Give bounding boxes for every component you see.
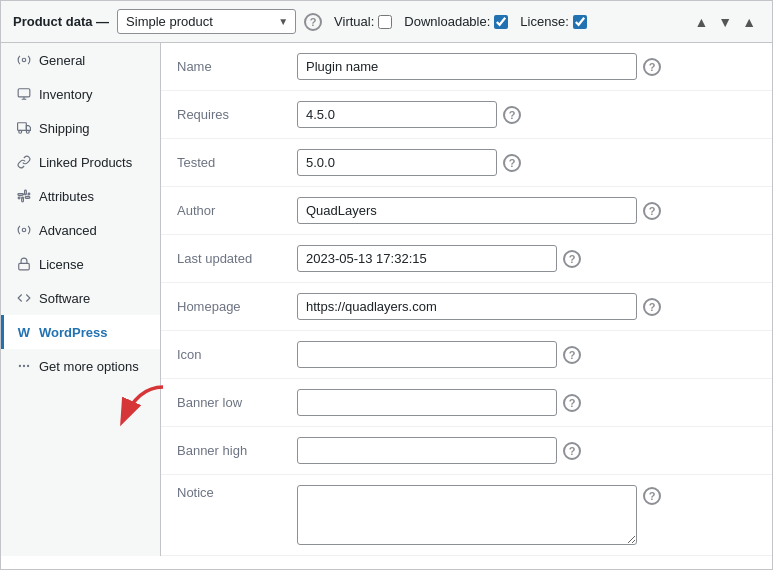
last-updated-input[interactable]	[297, 245, 557, 272]
wordpress-icon: W	[16, 324, 32, 340]
software-label: Software	[39, 291, 90, 306]
name-input[interactable]	[297, 53, 637, 80]
requires-input[interactable]	[297, 101, 497, 128]
author-input-wrap: ?	[297, 197, 756, 224]
nav-down-button[interactable]: ▼	[714, 12, 736, 32]
svg-point-5	[22, 228, 26, 232]
advanced-label: Advanced	[39, 223, 97, 238]
svg-rect-1	[18, 89, 30, 97]
banner-low-input[interactable]	[297, 389, 557, 416]
tested-input-wrap: ?	[297, 149, 756, 176]
field-row-tested: Tested ?	[161, 139, 772, 187]
software-icon	[16, 290, 32, 306]
icon-help-icon[interactable]: ?	[563, 346, 581, 364]
inventory-label: Inventory	[39, 87, 92, 102]
requires-help-icon[interactable]: ?	[503, 106, 521, 124]
name-input-wrap: ?	[297, 53, 756, 80]
field-row-icon: Icon ?	[161, 331, 772, 379]
get-more-options-icon	[16, 358, 32, 374]
banner-high-input[interactable]	[297, 437, 557, 464]
product-data-container: Product data — Simple product Variable p…	[0, 0, 773, 570]
virtual-checkbox[interactable]	[378, 15, 392, 29]
svg-point-0	[22, 58, 26, 62]
product-type-select-wrap: Simple product Variable product Grouped …	[117, 9, 296, 34]
homepage-input[interactable]	[297, 293, 637, 320]
attributes-label: Attributes	[39, 189, 94, 204]
field-row-banner-high: Banner high ?	[161, 427, 772, 475]
banner-high-help-icon[interactable]: ?	[563, 442, 581, 460]
downloadable-checkbox-label[interactable]: Downloadable:	[404, 14, 508, 29]
product-data-label: Product data —	[13, 14, 109, 29]
linked-products-icon	[16, 154, 32, 170]
sidebar: General Inventory Shipping Linked Produc…	[1, 43, 161, 556]
inventory-icon	[16, 86, 32, 102]
sidebar-item-linked-products[interactable]: Linked Products	[1, 145, 160, 179]
sidebar-item-inventory[interactable]: Inventory	[1, 77, 160, 111]
sidebar-item-wordpress[interactable]: W WordPress	[1, 315, 160, 349]
product-type-select[interactable]: Simple product Variable product Grouped …	[117, 9, 296, 34]
sidebar-item-get-more-options[interactable]: Get more options	[1, 349, 160, 383]
field-row-notice: Notice ?	[161, 475, 772, 556]
field-row-name: Name ?	[161, 43, 772, 91]
downloadable-label: Downloadable:	[404, 14, 490, 29]
sidebar-item-advanced[interactable]: Advanced	[1, 213, 160, 247]
name-help-icon[interactable]: ?	[643, 58, 661, 76]
banner-low-label: Banner low	[177, 395, 297, 410]
attributes-icon	[16, 188, 32, 204]
license-label: License	[39, 257, 84, 272]
requires-input-wrap: ?	[297, 101, 756, 128]
author-input[interactable]	[297, 197, 637, 224]
sidebar-item-general[interactable]: General	[1, 43, 160, 77]
notice-textarea[interactable]	[297, 485, 637, 545]
last-updated-help-icon[interactable]: ?	[563, 250, 581, 268]
product-checkboxes: Virtual: Downloadable: License:	[334, 14, 587, 29]
linked-products-label: Linked Products	[39, 155, 132, 170]
main-content: Name ? Requires ? Tested ?	[161, 43, 772, 556]
tested-help-icon[interactable]: ?	[503, 154, 521, 172]
tested-input[interactable]	[297, 149, 497, 176]
svg-point-9	[19, 365, 20, 366]
banner-high-label: Banner high	[177, 443, 297, 458]
banner-low-input-wrap: ?	[297, 389, 756, 416]
virtual-label: Virtual:	[334, 14, 374, 29]
notice-input-wrap: ?	[297, 485, 756, 545]
field-row-homepage: Homepage ?	[161, 283, 772, 331]
sidebar-item-shipping[interactable]: Shipping	[1, 111, 160, 145]
nav-up-button[interactable]: ▲	[690, 12, 712, 32]
author-help-icon[interactable]: ?	[643, 202, 661, 220]
tested-label: Tested	[177, 155, 297, 170]
shipping-icon	[16, 120, 32, 136]
virtual-checkbox-label[interactable]: Virtual:	[334, 14, 392, 29]
svg-point-8	[28, 365, 29, 366]
nav-collapse-button[interactable]: ▲	[738, 12, 760, 32]
banner-low-help-icon[interactable]: ?	[563, 394, 581, 412]
general-label: General	[39, 53, 85, 68]
product-type-help-icon[interactable]: ?	[304, 13, 322, 31]
icon-input[interactable]	[297, 341, 557, 368]
icon-input-wrap: ?	[297, 341, 756, 368]
license-checkbox[interactable]	[573, 15, 587, 29]
name-label: Name	[177, 59, 297, 74]
notice-label: Notice	[177, 485, 297, 500]
svg-rect-6	[19, 263, 30, 269]
svg-point-4	[26, 130, 29, 133]
svg-point-3	[19, 130, 22, 133]
product-data-header: Product data — Simple product Variable p…	[1, 1, 772, 43]
sidebar-item-software[interactable]: Software	[1, 281, 160, 315]
homepage-input-wrap: ?	[297, 293, 756, 320]
homepage-help-icon[interactable]: ?	[643, 298, 661, 316]
downloadable-checkbox[interactable]	[494, 15, 508, 29]
license-icon	[16, 256, 32, 272]
field-row-author: Author ?	[161, 187, 772, 235]
header-nav: ▲ ▼ ▲	[690, 12, 760, 32]
wordpress-label: WordPress	[39, 325, 107, 340]
license-checkbox-label[interactable]: License:	[520, 14, 586, 29]
icon-label: Icon	[177, 347, 297, 362]
sidebar-item-license[interactable]: License	[1, 247, 160, 281]
notice-help-icon[interactable]: ?	[643, 487, 661, 505]
sidebar-item-attributes[interactable]: Attributes	[1, 179, 160, 213]
field-row-banner-low: Banner low ?	[161, 379, 772, 427]
get-more-options-label: Get more options	[39, 359, 139, 374]
requires-label: Requires	[177, 107, 297, 122]
homepage-label: Homepage	[177, 299, 297, 314]
